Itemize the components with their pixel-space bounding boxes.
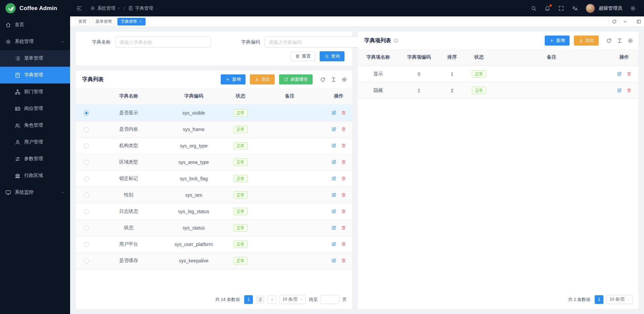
search-icon[interactable]	[531, 5, 537, 11]
row-radio[interactable]	[84, 242, 89, 247]
edit-icon[interactable]	[331, 225, 336, 230]
trash-icon[interactable]	[341, 258, 346, 263]
tab-menu-management[interactable]: 菜单管理	[92, 18, 115, 25]
trash-icon[interactable]	[341, 127, 346, 132]
trash-icon[interactable]	[341, 242, 346, 247]
table-row[interactable]: 锁定标记sys_lock_flag正常	[76, 170, 352, 187]
page-size-select[interactable]: 10 条/页	[279, 295, 306, 304]
density-icon[interactable]	[331, 77, 336, 82]
edit-icon[interactable]	[331, 242, 336, 247]
info-icon[interactable]	[393, 38, 398, 43]
status-badge: 正常	[233, 175, 248, 182]
column-settings-icon[interactable]	[341, 77, 347, 82]
row-radio[interactable]	[84, 127, 89, 132]
reset-button[interactable]: 重置	[290, 51, 315, 61]
trash-icon[interactable]	[341, 160, 346, 165]
notifications-bell-icon[interactable]	[544, 5, 550, 11]
jump-page-input[interactable]	[321, 295, 339, 304]
edit-icon[interactable]	[617, 88, 622, 93]
tab-dict-management[interactable]: 字典管理	[117, 18, 146, 25]
edit-icon[interactable]	[331, 258, 336, 263]
edit-icon[interactable]	[617, 71, 622, 76]
sidebar-item-param-management[interactable]: 参数管理	[0, 150, 70, 167]
table-row[interactable]: 区域类型sys_area_type正常	[76, 154, 352, 170]
close-icon[interactable]	[139, 20, 142, 23]
next-page-button[interactable]	[268, 295, 276, 304]
add-dict-button[interactable]: 新增	[221, 74, 246, 84]
table-row[interactable]: 日志状态sys_log_status正常	[76, 203, 352, 219]
row-radio[interactable]	[84, 111, 89, 116]
add-dict-item-button[interactable]: 新增	[545, 36, 570, 46]
edit-icon[interactable]	[331, 192, 336, 197]
table-row[interactable]: 是否显示sys_visible正常	[76, 105, 352, 121]
trash-icon[interactable]	[341, 192, 346, 197]
page-button[interactable]: 1	[595, 295, 603, 304]
sidebar-toggle-icon[interactable]	[76, 5, 82, 11]
toggle-layout-icon[interactable]	[633, 16, 644, 26]
edit-icon[interactable]	[331, 127, 336, 132]
sidebar-item-post-management[interactable]: 岗位管理	[0, 100, 70, 117]
trash-icon[interactable]	[341, 143, 346, 148]
edit-icon[interactable]	[331, 176, 336, 181]
refresh-table-icon[interactable]	[606, 38, 612, 44]
row-radio[interactable]	[84, 193, 89, 198]
row-radio[interactable]	[84, 160, 89, 165]
edit-icon[interactable]	[331, 209, 336, 214]
table-row[interactable]: 状态sys_status正常	[76, 219, 352, 236]
sidebar-item-system-management[interactable]: 系统管理	[0, 33, 70, 50]
edit-icon[interactable]	[331, 160, 336, 165]
page-size-select[interactable]: 10 条/页	[606, 295, 633, 304]
table-row[interactable]: 隐藏12正常	[358, 82, 638, 99]
page-button[interactable]: 2	[256, 295, 265, 304]
sidebar-item-dept-management[interactable]: 部门管理	[0, 83, 70, 100]
row-radio[interactable]	[84, 143, 89, 148]
sidebar-item-menu-management[interactable]: 菜单管理	[0, 50, 70, 67]
refresh-tabs-icon[interactable]	[609, 16, 620, 26]
trash-icon[interactable]	[627, 71, 632, 76]
trash-icon[interactable]	[341, 110, 346, 115]
breadcrumb-item-dict-management[interactable]: 字典管理	[128, 5, 153, 11]
tab-home[interactable]: 首页	[75, 18, 90, 25]
query-button[interactable]: 查询	[320, 51, 344, 61]
translate-icon[interactable]	[572, 5, 578, 11]
sidebar-item-role-management[interactable]: 角色管理	[0, 117, 70, 134]
fullscreen-icon[interactable]	[558, 5, 564, 11]
row-radio[interactable]	[84, 258, 89, 263]
sidebar-item-user-management[interactable]: 用户管理	[0, 134, 70, 150]
table-row[interactable]: 性别sys_sex正常	[76, 187, 352, 203]
page-button[interactable]: 1	[244, 295, 253, 304]
avatar[interactable]	[586, 4, 595, 13]
dict-name-input[interactable]	[115, 37, 211, 48]
dict-code-input[interactable]	[265, 37, 360, 48]
table-row[interactable]: 是否内嵌sys_frame正常	[76, 121, 352, 137]
table-row[interactable]: 显示01正常	[358, 66, 638, 82]
table-row[interactable]: 是否缓存sys_keepalive正常	[76, 252, 352, 269]
row-radio[interactable]	[84, 176, 89, 181]
table-row[interactable]: 机构类型sys_org_type正常	[76, 137, 352, 154]
trash-icon[interactable]	[341, 176, 346, 181]
export-dict-button[interactable]: 导出	[250, 74, 275, 84]
export-dict-item-button[interactable]: 导出	[574, 36, 599, 46]
form-field-dict-code: 字典编码	[230, 37, 360, 48]
trash-icon[interactable]	[341, 209, 346, 214]
sidebar-item-system-monitor[interactable]: 系统监控	[0, 184, 70, 201]
column-settings-icon[interactable]	[628, 38, 633, 44]
density-icon[interactable]	[617, 38, 623, 44]
table-row[interactable]: 用户平台sys_user_platform正常	[76, 236, 352, 252]
sidebar-item-dict-management[interactable]: 字典管理	[0, 67, 70, 83]
sidebar-item-region-management[interactable]: 行政区域	[0, 167, 70, 184]
trash-icon[interactable]	[341, 225, 346, 230]
username[interactable]: 超级管理员	[599, 5, 622, 11]
sidebar-item-home[interactable]: 首页	[0, 16, 70, 33]
breadcrumb-item-system-management[interactable]: 系统管理	[90, 5, 121, 11]
row-radio[interactable]	[84, 226, 89, 231]
refresh-cache-button[interactable]: 刷新缓存	[279, 74, 313, 84]
row-radio[interactable]	[84, 209, 89, 214]
edit-icon[interactable]	[331, 110, 336, 115]
edit-icon[interactable]	[331, 143, 336, 148]
cell-dict-code: sys_log_status	[161, 203, 227, 219]
settings-gear-icon[interactable]	[630, 5, 636, 11]
refresh-table-icon[interactable]	[320, 77, 326, 82]
trash-icon[interactable]	[627, 88, 632, 93]
tabs-dropdown-icon[interactable]	[620, 16, 630, 26]
